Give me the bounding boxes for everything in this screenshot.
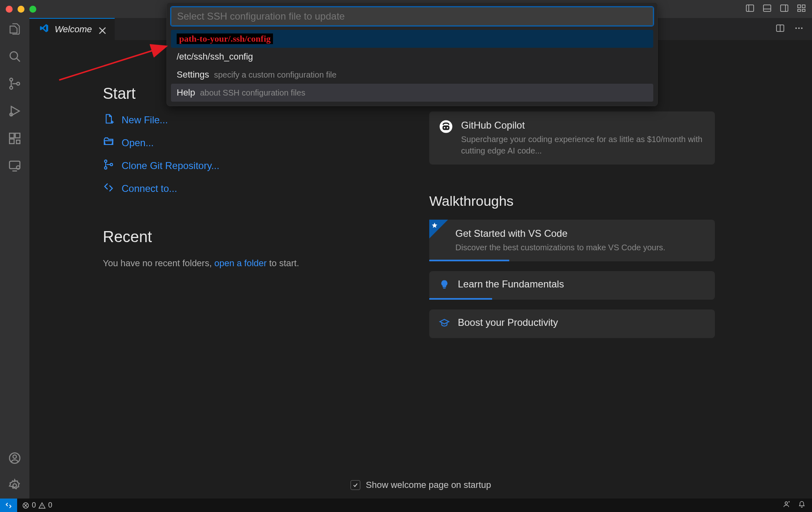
svg-point-32 [798, 27, 800, 29]
open-link[interactable]: Open... [103, 136, 388, 150]
card-title: Get Started with VS Code [455, 228, 666, 239]
recent-text-after: to start. [267, 258, 299, 268]
option-label: /etc/ssh/ssh_config [177, 51, 253, 62]
panel-left-icon[interactable] [745, 3, 755, 15]
svg-line-11 [17, 58, 20, 62]
feedback-icon[interactable] [783, 501, 790, 510]
git-clone-icon [103, 159, 114, 173]
show-welcome-checkbox[interactable] [351, 480, 360, 490]
link-label: Open... [122, 137, 154, 149]
svg-point-42 [447, 127, 448, 129]
lightbulb-icon [439, 279, 450, 292]
svg-rect-6 [798, 5, 801, 8]
walkthrough-productivity[interactable]: Boost your Productivity [429, 309, 715, 338]
mortarboard-icon [439, 318, 450, 330]
link-label: Clone Git Repository... [122, 160, 220, 171]
walkthroughs-heading: Walkthroughs [429, 193, 715, 209]
run-debug-icon[interactable] [8, 104, 22, 120]
ssh-config-option-system[interactable]: /etc/ssh/ssh_config [171, 48, 653, 66]
maximize-window-button[interactable] [29, 6, 36, 13]
svg-rect-2 [763, 5, 771, 11]
recent-heading: Recent [103, 228, 388, 246]
more-actions-icon[interactable] [794, 23, 804, 35]
recent-text-before: You have no recent folders, [103, 258, 212, 268]
extensions-icon[interactable] [8, 131, 22, 147]
panel-bottom-icon[interactable] [762, 3, 772, 15]
remote-explorer-icon[interactable] [8, 159, 22, 175]
remote-indicator[interactable] [0, 499, 17, 512]
svg-point-31 [795, 27, 797, 29]
activity-bar [0, 18, 29, 499]
quick-input-field[interactable] [171, 7, 653, 26]
minimize-window-button[interactable] [18, 6, 24, 13]
layout-grid-icon[interactable] [796, 3, 806, 15]
progress-bar [429, 298, 492, 300]
svg-point-36 [104, 160, 107, 163]
walkthrough-fundamentals[interactable]: Learn the Fundamentals [429, 271, 715, 300]
svg-marker-43 [432, 223, 437, 228]
link-label: Connect to... [122, 183, 177, 194]
svg-rect-9 [802, 9, 805, 11]
title-bar-right [745, 3, 806, 15]
option-label: Help [177, 87, 195, 98]
welcome-footer: Show welcome page on startup [29, 480, 812, 490]
accounts-icon[interactable] [8, 451, 22, 467]
ssh-config-option-settings[interactable]: Settings specify a custom configuration … [171, 66, 653, 84]
svg-rect-0 [746, 5, 754, 11]
remote-connect-icon [103, 182, 114, 196]
svg-rect-7 [802, 5, 805, 8]
svg-point-13 [10, 86, 13, 89]
connect-to-link[interactable]: Connect to... [103, 182, 388, 196]
welcome-page: Start New File... Open... Clone Git Repo… [29, 40, 812, 499]
option-hint: about SSH configuration files [200, 88, 305, 98]
svg-point-50 [785, 502, 788, 504]
card-description: Supercharge your coding experience for a… [461, 134, 705, 156]
copilot-icon [439, 120, 453, 136]
svg-point-10 [10, 52, 18, 59]
annotation-arrow [55, 41, 173, 88]
ssh-config-option-help[interactable]: Help about SSH configuration files [171, 84, 653, 102]
svg-rect-40 [443, 125, 450, 130]
close-window-button[interactable] [6, 6, 13, 13]
search-icon[interactable] [8, 49, 22, 65]
vscode-icon [39, 23, 49, 36]
svg-rect-44 [443, 287, 446, 288]
tab-welcome[interactable]: Welcome [29, 18, 115, 40]
window-controls [6, 6, 36, 13]
new-file-icon [103, 113, 114, 127]
new-file-link[interactable]: New File... [103, 113, 388, 127]
svg-point-38 [110, 163, 113, 166]
settings-gear-icon[interactable] [8, 479, 22, 494]
walkthrough-get-started[interactable]: Get Started with VS Code Discover the be… [429, 220, 715, 261]
clone-repo-link[interactable]: Clone Git Repository... [103, 159, 388, 173]
option-hint: specify a custom configuration file [214, 70, 337, 80]
star-icon [431, 221, 438, 231]
close-tab-icon[interactable] [98, 26, 105, 33]
progress-bar [429, 260, 509, 261]
panel-right-icon[interactable] [779, 3, 789, 15]
source-control-icon[interactable] [8, 77, 22, 93]
link-label: New File... [122, 114, 168, 126]
svg-point-12 [10, 78, 13, 81]
svg-point-26 [13, 484, 17, 488]
card-title: Boost your Productivity [458, 317, 558, 328]
status-bar: 0 0 [0, 499, 812, 512]
svg-point-41 [444, 127, 446, 129]
redacted-path: path-to-your/.ssh/config [177, 33, 273, 44]
svg-line-53 [59, 47, 165, 80]
explorer-icon[interactable] [8, 22, 22, 38]
warnings-count: 0 [48, 501, 52, 510]
notifications-icon[interactable] [798, 501, 805, 510]
svg-point-14 [17, 82, 20, 85]
recent-empty-text: You have no recent folders, open a folde… [103, 256, 388, 270]
card-title: GitHub Copilot [461, 120, 705, 131]
svg-point-33 [801, 27, 803, 29]
svg-rect-17 [9, 133, 14, 138]
recommended-card-copilot[interactable]: GitHub Copilot Supercharge your coding e… [429, 111, 715, 165]
svg-rect-20 [16, 140, 20, 144]
problems-status[interactable]: 0 0 [17, 501, 57, 510]
split-editor-icon[interactable] [775, 23, 785, 35]
ssh-config-option-user[interactable]: path-to-your/.ssh/config [171, 30, 653, 48]
open-folder-link[interactable]: open a folder [214, 258, 266, 268]
quick-input-palette: path-to-your/.ssh/config /etc/ssh/ssh_co… [166, 2, 658, 106]
